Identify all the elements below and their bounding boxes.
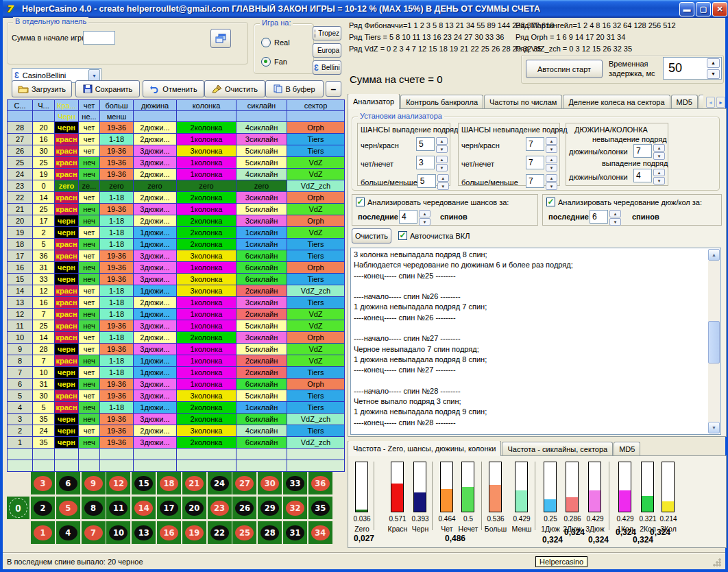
casino-button-bellini[interactable]: 3Bellini — [313, 60, 341, 75]
tab-частота---zero,-шансы,-дюжины,-колонки[interactable]: Частота - Zero, шансы, дюжины, колонки — [348, 441, 501, 456]
close-button[interactable]: ✕ — [712, 2, 727, 16]
roulette-cell[interactable]: 11 — [106, 497, 130, 519]
roulette-cell[interactable]: 21 — [182, 472, 206, 494]
down-arrow-icon[interactable]: ▼ — [436, 164, 448, 171]
alternation-dozen-checkbox[interactable]: ✓ — [546, 198, 555, 206]
roulette-cell[interactable]: 19 — [182, 521, 206, 544]
save-button[interactable]: Сохранить — [75, 80, 140, 97]
undo-button[interactable]: Отменить — [143, 80, 204, 97]
roulette-cell[interactable]: 35 — [308, 497, 332, 519]
roulette-cell[interactable]: 24 — [208, 472, 232, 494]
down-arrow-icon[interactable]: ▼ — [419, 218, 430, 226]
roulette-cell[interactable]: 32 — [283, 497, 307, 519]
chances-spins-spinner[interactable]: 4 ▲▼ — [399, 210, 430, 226]
scroll-up-icon[interactable]: ▲ — [708, 249, 720, 261]
delay-up-icon[interactable]: ▲ — [707, 58, 720, 68]
up-arrow-icon[interactable]: ▲ — [609, 210, 621, 217]
up-arrow-icon[interactable]: ▲ — [653, 144, 665, 152]
roulette-cell[interactable]: 25 — [232, 521, 256, 544]
roulette-cell[interactable]: 7 — [82, 521, 106, 544]
roulette-cell[interactable]: 13 — [132, 521, 156, 544]
collapse-button[interactable]: – — [326, 81, 341, 97]
roulette-cell[interactable]: 10 — [106, 521, 130, 544]
up-arrow-icon[interactable]: ▲ — [436, 156, 448, 163]
log-clear-button[interactable]: Очистить — [352, 228, 391, 243]
up-arrow-icon[interactable]: ▲ — [546, 174, 557, 182]
autospin-start-button[interactable]: Автоспин старт — [526, 60, 603, 78]
roulette-cell[interactable]: 23 — [208, 497, 232, 519]
game-mode-radio-real[interactable]: Real — [261, 38, 290, 47]
roulette-cell[interactable]: 18 — [157, 472, 181, 494]
roulette-cell[interactable]: 16 — [157, 521, 181, 544]
roulette-cell[interactable]: 26 — [232, 497, 256, 519]
setting-spinner[interactable]: 7▲▼ — [526, 137, 557, 153]
delay-spinner[interactable]: 50 ▲ ▼ — [663, 57, 722, 80]
setting-spinner[interactable]: 5▲▼ — [416, 137, 448, 153]
resize-grip[interactable] — [713, 558, 721, 567]
roulette-cell[interactable]: 4 — [56, 521, 80, 544]
roulette-cell[interactable]: 22 — [208, 521, 232, 544]
roulette-cell[interactable]: 30 — [258, 472, 282, 494]
maximize-button[interactable]: ▢ — [696, 2, 711, 16]
roulette-cell[interactable]: 34 — [308, 521, 332, 544]
up-arrow-icon[interactable]: ▲ — [546, 137, 557, 145]
down-arrow-icon[interactable]: ▼ — [437, 182, 449, 190]
roulette-cell[interactable]: 5 — [56, 497, 80, 519]
down-arrow-icon[interactable]: ▼ — [546, 182, 557, 190]
roulette-cell[interactable]: 17 — [157, 497, 181, 519]
clear-button[interactable]: Очистить — [204, 80, 265, 97]
roulette-cell[interactable]: 8 — [82, 497, 106, 519]
roulette-cell[interactable]: 36 — [308, 472, 332, 494]
buffer-button[interactable]: В буфер — [265, 80, 324, 97]
tab-scroll-left-icon[interactable]: ◄ — [706, 97, 715, 108]
game-mode-radio-fan[interactable]: Fan — [261, 57, 290, 67]
setting-spinner[interactable]: 7▲▼ — [526, 156, 557, 171]
load-button[interactable]: Загрузить — [12, 80, 72, 97]
down-arrow-icon[interactable]: ▼ — [436, 145, 448, 153]
dozen-miss-spinner[interactable]: 7 ▲▼ — [633, 144, 665, 160]
setting-spinner[interactable]: 7▲▼ — [526, 174, 557, 190]
popout-button[interactable] — [210, 29, 231, 48]
roulette-cell[interactable]: 1 — [31, 521, 55, 544]
setting-spinner[interactable]: 3▲▼ — [416, 156, 448, 171]
roulette-cell[interactable]: 28 — [258, 521, 282, 544]
roulette-cell[interactable]: 15 — [132, 472, 156, 494]
alternation-chances-checkbox[interactable]: ✓ — [356, 198, 365, 206]
down-arrow-icon[interactable]: ▼ — [546, 145, 557, 153]
roulette-cell[interactable]: 27 — [232, 472, 256, 494]
start-sum-input[interactable] — [83, 31, 115, 45]
log-scrollbar[interactable]: ▲ ▼ — [708, 249, 720, 433]
radio-icon[interactable] — [261, 57, 271, 67]
autoclear-checkbox[interactable]: ✓ — [398, 231, 407, 240]
roulette-cell[interactable]: 14 — [132, 497, 156, 519]
dozen-hit-spinner[interactable]: 4 ▲▼ — [633, 169, 665, 184]
up-arrow-icon[interactable]: ▲ — [653, 169, 665, 176]
up-arrow-icon[interactable]: ▲ — [437, 174, 449, 182]
up-arrow-icon[interactable]: ▲ — [436, 137, 448, 145]
roulette-cell[interactable]: 6 — [56, 472, 80, 494]
roulette-cell[interactable]: 12 — [106, 472, 130, 494]
radio-icon[interactable] — [261, 38, 271, 47]
setting-spinner[interactable]: 5▲▼ — [417, 174, 449, 190]
dozen-spins-spinner[interactable]: 6 ▲▼ — [590, 210, 621, 226]
tab-частоты-по-числам[interactable]: Частоты по числам — [484, 95, 562, 109]
tab-частота---сиклайны,-сектора[interactable]: Частота - сиклайны, сектора — [502, 442, 613, 456]
roulette-cell[interactable]: 31 — [283, 521, 307, 544]
analyzer-log[interactable]: 3 колонка невыпадала подряд 8 спин; Набл… — [350, 248, 721, 435]
down-arrow-icon[interactable]: ▼ — [653, 177, 665, 184]
tab-контроль-банкролла[interactable]: Контроль банкролла — [400, 95, 483, 109]
down-arrow-icon[interactable]: ▼ — [546, 164, 557, 171]
roulette-cell[interactable]: 9 — [82, 472, 106, 494]
tab-анализатор[interactable]: Анализатор — [348, 94, 400, 109]
tab-md5[interactable]: MD5 — [671, 95, 698, 109]
casino-button-europa[interactable]: Europa — [313, 43, 341, 58]
roulette-cell[interactable]: 2 — [31, 497, 55, 519]
tab-деление-колеса-на-сектора[interactable]: Деление колеса на сектора — [563, 95, 670, 109]
down-arrow-icon[interactable]: ▼ — [609, 218, 621, 226]
roulette-cell[interactable]: 33 — [283, 472, 307, 494]
tab-scroll-right-icon[interactable]: ► — [716, 97, 725, 108]
roulette-cell[interactable]: 20 — [182, 497, 206, 519]
roulette-zero-cell[interactable]: 0 — [7, 497, 29, 519]
tab-md5[interactable]: MD5 — [614, 442, 640, 456]
casino-button-tropez[interactable]: Tropez — [313, 26, 341, 40]
